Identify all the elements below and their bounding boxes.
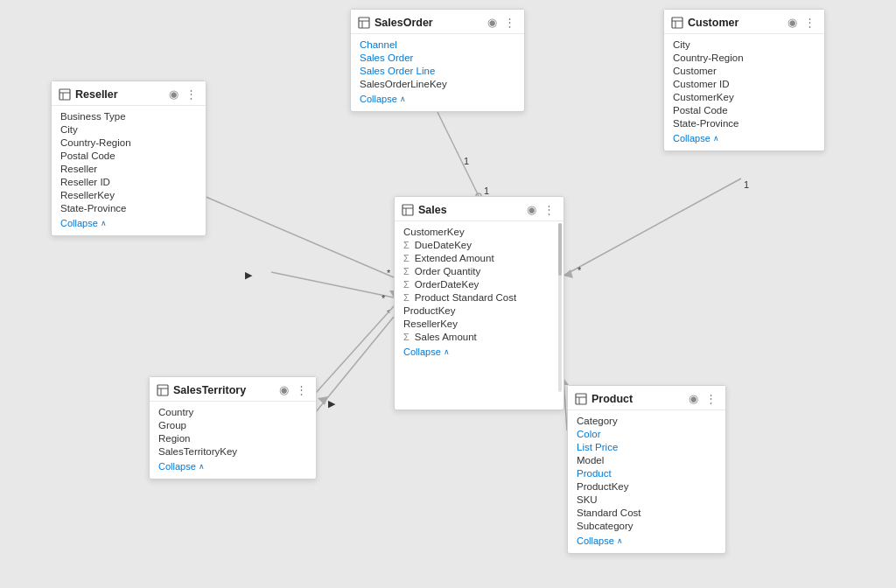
field-row: Postal Code [52,149,206,162]
entity-customer-header: Customer ◉ ⋮ [664,10,824,34]
table-icon [59,88,71,101]
sales-more-btn[interactable]: ⋮ [542,203,556,216]
reseller-eye-btn[interactable]: ◉ [167,88,180,101]
svg-rect-28 [672,18,682,28]
diagram-canvas: 1 1 1 * ▶ * ▶ * 1 1 * * [0,0,896,588]
field-row: Reseller [52,162,206,175]
sigma-icon: Σ [403,253,410,263]
salesterritory-more-btn[interactable]: ⋮ [294,383,309,396]
svg-rect-25 [359,18,369,28]
scrollbar-thumb [558,223,562,276]
svg-rect-40 [576,394,586,404]
field-row: Country-Region [664,51,824,64]
svg-line-12 [315,317,394,413]
field-row: Sales Order Line [351,64,524,77]
field-row: Region [150,431,316,444]
field-row: CustomerKey [395,225,564,238]
field-row: ResellerKey [52,188,206,201]
svg-text:*: * [578,265,582,276]
entity-product: Product ◉ ⋮ Category Color List Price Mo… [567,385,726,554]
field-row: Standard Cost [568,506,725,519]
field-row: ProductKey [395,304,564,317]
svg-text:*: * [387,268,391,278]
reseller-more-btn[interactable]: ⋮ [184,88,199,101]
field-row: Postal Code [664,103,824,116]
svg-text:*: * [387,308,391,318]
svg-line-24 [315,306,394,394]
entity-customer-body: City Country-Region Customer Customer ID… [664,34,824,150]
field-row: Σ OrderDateKey [395,277,564,290]
svg-marker-13 [318,396,328,405]
entity-sales-title: Sales [418,204,447,216]
field-row: Category [568,414,725,427]
entity-salesterritory: SalesTerritory ◉ ⋮ Country Group Region … [149,376,317,480]
field-row: Σ DueDateKey [395,238,564,251]
salesterritory-collapse-btn[interactable]: Collapse ∧ [150,458,316,477]
field-row: CustomerKey [664,90,824,103]
svg-text:1: 1 [744,179,749,190]
entity-reseller-body: Business Type City Country-Region Postal… [52,106,206,235]
reseller-collapse-btn[interactable]: Collapse ∧ [52,214,206,234]
salesorder-collapse-btn[interactable]: Collapse ∧ [351,90,524,109]
field-row: Σ Product Standard Cost [395,290,564,304]
svg-line-4 [564,178,741,276]
sales-eye-btn[interactable]: ◉ [525,203,538,216]
sales-collapse-btn[interactable]: Collapse ∧ [395,343,564,362]
field-row: Σ Sales Amount [395,330,564,343]
collapse-label: Collapse [673,133,710,144]
salesorder-more-btn[interactable]: ⋮ [502,16,517,29]
entity-reseller: Reseller ◉ ⋮ Business Type City Country-… [51,80,206,236]
entity-sales-body: CustomerKey Σ DueDateKey Σ Extended Amou… [395,221,564,364]
entity-product-body: Category Color List Price Model Product … [568,410,725,553]
field-row: Channel [351,38,524,51]
salesorder-eye-btn[interactable]: ◉ [486,16,499,29]
chevron-up-icon: ∧ [617,536,623,545]
field-row: ProductKey [568,480,725,493]
field-row: City [52,122,206,136]
entity-salesterritory-body: Country Group Region SalesTerritoryKey C… [150,402,316,479]
entity-salesorder-body: Channel Sales Order Sales Order Line Sal… [351,34,524,111]
svg-text:▶: ▶ [245,270,253,280]
chevron-up-icon: ∧ [713,134,719,143]
table-icon [575,393,587,405]
svg-text:▶: ▶ [328,398,336,409]
chevron-up-icon: ∧ [101,219,107,228]
sigma-icon: Σ [403,240,410,250]
entity-customer: Customer ◉ ⋮ City Country-Region Custome… [663,9,825,151]
field-row: ResellerKey [395,317,564,330]
customer-eye-btn[interactable]: ◉ [786,16,799,29]
entity-product-header: Product ◉ ⋮ [568,386,725,410]
field-row: Color [568,427,725,440]
entity-sales-header: Sales ◉ ⋮ [395,197,564,221]
collapse-label: Collapse [577,536,614,546]
customer-more-btn[interactable]: ⋮ [802,16,817,29]
entity-customer-title: Customer [688,17,738,29]
chevron-up-icon: ∧ [444,347,450,356]
field-row: Customer [664,64,824,77]
sigma-icon: Σ [403,292,410,303]
scrollbar[interactable] [558,223,562,392]
salesterritory-eye-btn[interactable]: ◉ [277,383,290,396]
field-row: State-Province [52,201,206,214]
field-row: Σ Extended Amount [395,251,564,264]
product-more-btn[interactable]: ⋮ [704,392,718,405]
table-icon [157,384,169,396]
entity-salesterritory-header: SalesTerritory ◉ ⋮ [150,377,316,402]
field-row: Reseller ID [52,175,206,188]
product-collapse-btn[interactable]: Collapse ∧ [568,532,725,551]
table-icon [402,204,414,216]
field-row: Σ Order Quantity [395,264,564,277]
chevron-up-icon: ∧ [199,462,205,471]
entity-salesterritory-title: SalesTerritory [173,384,246,396]
field-row: Sales Order [351,51,524,64]
field-row: Country [150,405,316,418]
field-row: City [664,38,824,51]
collapse-label: Collapse [60,218,98,228]
entity-sales: Sales ◉ ⋮ CustomerKey Σ DueDateKey Σ Ext… [394,196,564,410]
sigma-icon: Σ [403,332,410,342]
product-eye-btn[interactable]: ◉ [687,392,700,405]
chevron-up-icon: ∧ [400,94,406,103]
entity-product-title: Product [592,393,633,405]
customer-collapse-btn[interactable]: Collapse ∧ [664,130,824,149]
field-row: SalesTerritoryKey [150,444,316,458]
